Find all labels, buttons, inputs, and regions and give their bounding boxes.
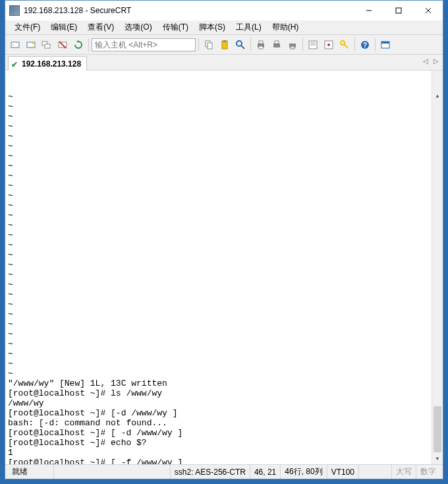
toolbar-separator — [198, 38, 199, 51]
status-term: VT100 — [327, 465, 359, 479]
svg-rect-4 — [11, 42, 19, 47]
scroll-down-icon[interactable]: ▼ — [432, 453, 443, 464]
toolbar-separator — [88, 38, 89, 51]
print-selection-icon[interactable] — [285, 38, 300, 52]
scroll-up-icon[interactable]: ▲ — [432, 90, 443, 102]
minimize-button[interactable] — [354, 1, 383, 20]
menu-edit[interactable]: 编辑(E) — [47, 20, 81, 34]
svg-rect-20 — [273, 44, 280, 47]
svg-rect-23 — [291, 46, 294, 49]
status-caps: 大写 — [392, 465, 416, 479]
menu-file[interactable]: 文件(F) — [11, 20, 44, 34]
close-button[interactable] — [413, 1, 443, 20]
svg-point-15 — [237, 41, 242, 46]
tabbar: ✔ 192.168.213.128 ◁ ▷ — [5, 55, 443, 71]
svg-text:?: ? — [363, 42, 367, 49]
window-controls — [354, 1, 443, 20]
connect-icon[interactable] — [8, 38, 22, 52]
find-icon[interactable] — [233, 38, 248, 52]
svg-rect-8 — [45, 44, 50, 48]
svg-point-28 — [327, 44, 330, 46]
connected-check-icon: ✔ — [11, 60, 19, 68]
scrollbar[interactable]: ▲ ▼ — [432, 71, 443, 464]
toolbar: ? — [5, 35, 443, 55]
status-size: 46行, 80列 — [281, 465, 327, 479]
key-icon[interactable] — [337, 38, 352, 52]
address-input[interactable] — [92, 38, 196, 51]
maximize-icon — [395, 7, 402, 14]
tab-prev-icon[interactable]: ◁ — [422, 57, 430, 65]
menu-script[interactable]: 脚本(S) — [195, 20, 229, 34]
terminal[interactable]: ~~~~~~~~~~~~~~~~~~~~~~~~~~~~~"/www/wy" [… — [5, 71, 443, 464]
statusbar: 就绪 ssh2: AES-256-CTR 46, 21 46行, 80列 VT1… — [5, 464, 443, 479]
minimize-icon — [366, 7, 372, 14]
toolbar-separator — [354, 38, 355, 51]
status-spacer2 — [359, 465, 392, 479]
status-num: 数字 — [416, 465, 440, 479]
options-icon[interactable] — [322, 38, 336, 52]
app-window: 192.168.213.128 - SecureCRT 文件(F) 编辑(E) … — [5, 0, 443, 479]
menu-view[interactable]: 查看(V) — [84, 20, 118, 34]
window-title: 192.168.213.128 - SecureCRT — [24, 6, 354, 15]
status-ready: 就绪 — [8, 465, 54, 479]
svg-rect-18 — [259, 41, 263, 44]
menu-help[interactable]: 帮助(H) — [268, 20, 303, 34]
print-screen-icon[interactable] — [269, 38, 284, 52]
svg-line-16 — [241, 45, 244, 49]
svg-rect-19 — [259, 46, 263, 49]
copy-icon[interactable] — [202, 38, 216, 52]
session-tab[interactable]: ✔ 192.168.213.128 — [8, 56, 87, 71]
properties-icon[interactable] — [306, 38, 320, 52]
svg-rect-1 — [396, 8, 401, 13]
scroll-thumb[interactable] — [434, 406, 441, 452]
menu-transfer[interactable]: 传输(T) — [159, 20, 192, 34]
menu-tools[interactable]: 工具(L) — [232, 20, 266, 34]
toolbar-separator — [302, 38, 303, 51]
titlebar: 192.168.213.128 - SecureCRT — [5, 1, 443, 20]
toolbar-separator — [250, 38, 251, 51]
maximize-button[interactable] — [383, 1, 413, 20]
tab-next-icon[interactable]: ▷ — [432, 57, 440, 65]
session-manager-icon[interactable] — [40, 38, 54, 52]
status-cipher: ssh2: AES-256-CTR — [171, 465, 250, 479]
svg-point-5 — [13, 44, 14, 45]
print-icon[interactable] — [254, 38, 268, 52]
paste-icon[interactable] — [217, 38, 232, 52]
help-icon[interactable]: ? — [358, 38, 372, 52]
menubar: 文件(F) 编辑(E) 查看(V) 选项(O) 传输(T) 脚本(S) 工具(L… — [5, 20, 443, 35]
svg-rect-14 — [223, 40, 226, 42]
new-window-icon[interactable] — [378, 38, 393, 52]
reconnect-icon[interactable] — [71, 38, 86, 52]
status-cursor: 46, 21 — [250, 465, 281, 479]
menu-options[interactable]: 选项(O) — [121, 20, 155, 34]
svg-rect-21 — [275, 41, 279, 44]
app-icon — [9, 5, 20, 16]
tab-label: 192.168.213.128 — [22, 59, 81, 69]
toolbar-separator — [375, 38, 376, 51]
svg-rect-34 — [381, 42, 389, 44]
status-spacer — [54, 465, 171, 479]
close-icon — [425, 7, 432, 14]
svg-rect-12 — [208, 43, 212, 49]
quick-connect-icon[interactable] — [24, 38, 38, 52]
svg-line-30 — [344, 44, 348, 48]
tab-nav: ◁ ▷ — [422, 57, 440, 65]
disconnect-icon[interactable] — [55, 38, 70, 52]
terminal-content: ~~~~~~~~~~~~~~~~~~~~~~~~~~~~~"/www/wy" [… — [8, 92, 440, 464]
